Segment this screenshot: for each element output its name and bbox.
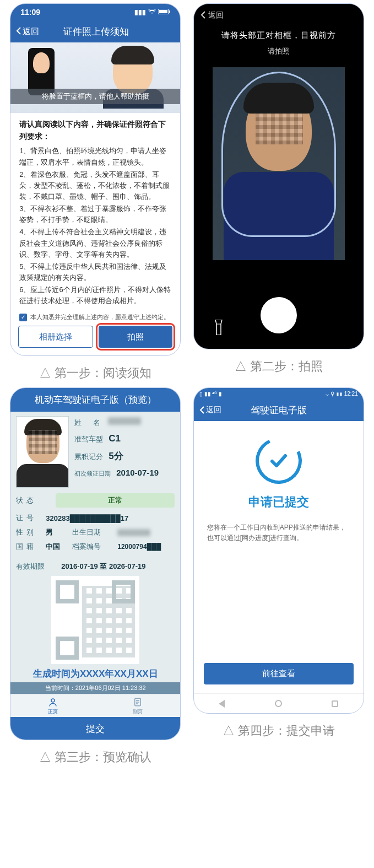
button-row: 相册选择 拍照 <box>10 326 180 355</box>
license-card: 姓 名 准驾车型 C1 累积记分 5分 初次领证日期 <box>10 412 180 694</box>
tab-sub-label: 副页 <box>133 708 143 715</box>
shutter-button[interactable] <box>261 297 297 333</box>
rule-item: 4、不得上传不符合社会主义精神文明建设，违反社会主义道德风尚、违背社会公序良俗的… <box>19 227 171 260</box>
tab-sub-page[interactable]: 副页 <box>95 694 180 717</box>
label-nation: 国籍 <box>16 542 41 552</box>
value-status: 正常 <box>56 493 175 508</box>
status-time: 12:21 <box>344 391 358 397</box>
battery-icon: ▮▮ <box>336 391 343 397</box>
rule-item: 2、着深色衣服、免冠，头发不遮盖面部、耳朵，发型不凌乱、蓬松，不化浓妆，不着制式… <box>19 169 171 202</box>
svg-rect-1 <box>159 10 167 13</box>
preview-title: 机动车驾驶证电子版（预览） <box>10 388 180 412</box>
value-firstdate: 2010-07-19 <box>116 468 159 477</box>
rule-item: 6、应上传近6个月内的证件照片，不得对人像特征进行技术处理，不得使用合成相片。 <box>19 284 171 306</box>
agree-row[interactable]: ✓ 本人知悉并完全理解上述内容，愿意遵守上述约定。 <box>10 311 180 326</box>
camera-viewfinder <box>213 67 345 260</box>
value-fileno: 12000794███ <box>117 543 161 551</box>
page-title: 证件照上传须知 <box>17 25 175 38</box>
label-name: 姓 名 <box>74 418 102 428</box>
status-icons: ▮▮▮ <box>134 8 170 16</box>
camera-instruction-sub: 请拍照 <box>197 46 360 56</box>
chevron-left-icon <box>200 11 206 20</box>
qr-code-icon <box>51 576 139 664</box>
person-icon <box>48 697 58 707</box>
flashlight-icon[interactable] <box>212 319 226 336</box>
caption-step4: △ 第四步：提交申请 <box>217 721 340 740</box>
screen-step3: 机动车驾驶证电子版（预览） 姓 名 准驾车型 C1 <box>10 387 181 740</box>
screen-step2: 返回 请将头部正对相框，目视前方 请拍照 <box>193 3 364 349</box>
value-birth-redacted <box>117 529 150 536</box>
face-outline-guide-icon <box>221 72 336 237</box>
value-name-redacted <box>108 417 141 425</box>
hero-caption: 将脸置于蓝框内，请他人帮助拍摄 <box>10 89 180 104</box>
title-bar: 返回 证件照上传须知 <box>10 20 180 42</box>
status-left-icons: ▯ ▮▮ ⁴ᴳ ▮ <box>199 391 222 397</box>
rules-lead: 请认真阅读以下内容，并确保证件照符合下列要求： <box>19 118 171 142</box>
screen-step4: ▯ ▮▮ ⁴ᴳ ▮ ⌵ ⚲ ▮▮ 12:21 返回 驾驶证电子版 申请已提交 <box>193 387 364 714</box>
checkbox-checked-icon[interactable]: ✓ <box>19 314 27 321</box>
page-title: 驾驶证电子版 <box>199 404 358 417</box>
go-view-label: 前往查看 <box>262 668 295 678</box>
instruction-illustration: 将脸置于蓝框内，请他人帮助拍摄 <box>10 42 180 113</box>
choose-from-album-button[interactable]: 相册选择 <box>18 326 93 348</box>
bottom-tabs: 正页 副页 <box>10 694 180 717</box>
label-points: 累积记分 <box>74 452 103 462</box>
take-photo-button[interactable]: 拍照 <box>99 326 172 348</box>
nav-back-icon[interactable] <box>219 700 225 708</box>
result-paragraph: 您将在一个工作日内收到APP推送的申请结果，也可以通过[网办进度]进行查询。 <box>207 522 350 543</box>
label-idno: 证号 <box>16 513 41 523</box>
battery-icon <box>158 8 170 16</box>
license-photo <box>16 416 69 488</box>
status-time: 11:09 <box>20 8 40 17</box>
value-idno: 320283██████████17 <box>46 514 128 522</box>
label-sex: 性别 <box>16 527 41 537</box>
tab-main-label: 正页 <box>48 708 58 715</box>
album-button-label: 相册选择 <box>39 332 72 342</box>
document-icon <box>133 697 143 707</box>
value-valid: 2016-07-19 至 2026-07-19 <box>61 562 145 572</box>
agree-text: 本人知悉并完全理解上述内容，愿意遵守上述约定。 <box>30 313 170 321</box>
camera-instruction-main: 请将头部正对相框，目视前方 <box>197 30 360 41</box>
label-birth: 出生日期 <box>72 527 113 537</box>
title-bar: 返回 驾驶证电子版 <box>194 399 364 421</box>
rule-item: 3、不得衣衫不整、着过于暴露服饰，不作夸张姿势，不打手势，不眨眼睛。 <box>19 203 171 225</box>
svg-rect-2 <box>169 10 170 13</box>
status-bar: ▯ ▮▮ ⁴ᴳ ▮ ⌵ ⚲ ▮▮ 12:21 <box>194 388 364 399</box>
back-button[interactable]: 返回 <box>197 7 360 20</box>
label-fileno: 档案编号 <box>72 542 113 552</box>
label-cartype: 准驾车型 <box>74 434 103 444</box>
go-view-button[interactable]: 前往查看 <box>204 663 354 684</box>
submit-label: 提交 <box>86 724 105 734</box>
rules-body: 请认真阅读以下内容，并确保证件照符合下列要求： 1、背景白色、拍照环境光线均匀，… <box>10 113 180 311</box>
generated-time-line: 生成时间为XXXX年XX月XX日 <box>16 667 175 680</box>
label-status: 状态 <box>16 495 56 505</box>
status-right: ⌵ ⚲ ▮▮ 12:21 <box>326 391 357 397</box>
tab-main-page[interactable]: 正页 <box>10 694 95 717</box>
value-nation: 中国 <box>46 542 68 552</box>
label-valid: 有效期限 <box>16 562 57 572</box>
back-label: 返回 <box>208 10 224 20</box>
result-heading: 申请已提交 <box>248 494 309 510</box>
signal-icon: ▮▮▮ <box>134 8 146 16</box>
shoot-button-label: 拍照 <box>127 332 144 342</box>
rule-item: 1、背景白色、拍照环境光线均匀，申请人坐姿端正，双肩水平，表情自然，正视镜头。 <box>19 145 171 168</box>
rule-item: 5、不得上传违反中华人民共和国法律、法规及政策规定的有关内容。 <box>19 261 171 283</box>
current-time-line: 当前时间：2021年06月02日 11:23:32 <box>10 682 180 694</box>
nav-recents-icon[interactable] <box>332 700 338 707</box>
result-body: 申请已提交 您将在一个工作日内收到APP推送的申请结果，也可以通过[网办进度]进… <box>194 421 364 663</box>
status-bar: 11:09 ▮▮▮ <box>10 4 180 20</box>
value-points: 5分 <box>109 450 123 462</box>
caption-step3: △ 第三步：预览确认 <box>34 748 157 766</box>
wifi-icon <box>148 8 156 16</box>
label-firstdate: 初次领证日期 <box>74 470 111 478</box>
caption-step1: △ 第一步：阅读须知 <box>34 364 157 382</box>
screen-step1: 11:09 ▮▮▮ 返回 证件照上 <box>10 3 181 356</box>
nav-home-icon[interactable] <box>275 700 282 707</box>
bluetooth-icon: ⌵ ⚲ <box>326 391 336 397</box>
svg-point-3 <box>51 699 55 702</box>
caption-step2: △ 第二步：拍照 <box>229 357 328 375</box>
android-nav-bar <box>194 693 364 713</box>
value-cartype: C1 <box>109 433 121 444</box>
submit-button[interactable]: 提交 <box>10 717 180 740</box>
success-check-icon <box>249 431 308 490</box>
